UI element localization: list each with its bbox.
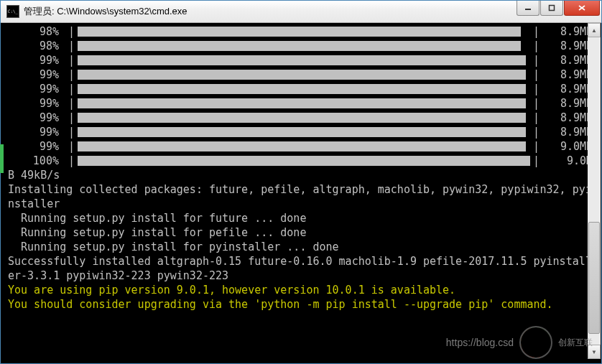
progress-percent: 99% <box>8 111 65 125</box>
cmd-icon <box>6 5 19 18</box>
progress-line: 99% ||8.9MB <box>8 96 594 111</box>
svg-rect-1 <box>550 6 555 11</box>
progress-bracket: | <box>65 82 78 96</box>
progress-bar <box>78 127 526 137</box>
progress-line: 100% ||9.0M <box>8 154 594 168</box>
scroll-thumb[interactable] <box>588 222 600 334</box>
progress-line: 99% ||8.9MB <box>8 82 594 96</box>
progress-line: 99% ||8.9MB <box>8 53 594 67</box>
console-output: 98% ||8.9MB98% ||8.9MB99% ||8.9MB99% ||8… <box>5 23 597 314</box>
progress-line: 99% ||8.9MB <box>8 125 594 139</box>
progress-bar <box>78 98 526 108</box>
progress-line: 99% ||8.9MB <box>8 111 594 125</box>
progress-line: 99% ||8.9MB <box>8 67 594 82</box>
progress-line: 98% ||8.9MB <box>8 24 594 39</box>
progress-percent: 99% <box>8 125 65 139</box>
progress-line: 98% ||8.9MB <box>8 39 594 53</box>
progress-percent: 99% <box>8 139 65 154</box>
progress-bracket: | <box>530 139 542 154</box>
progress-bar <box>78 55 526 65</box>
progress-bar <box>78 27 521 37</box>
progress-bracket: | <box>530 67 542 82</box>
scroll-down-button[interactable]: ▼ <box>588 345 601 359</box>
progress-percent: 98% <box>8 24 65 39</box>
console-line: Running setup.py install for future ... … <box>8 211 594 225</box>
progress-bracket: | <box>530 82 542 96</box>
progress-percent: 100% <box>8 154 65 168</box>
progress-percent: 98% <box>8 39 65 53</box>
progress-bar <box>78 141 526 151</box>
progress-bracket: | <box>65 96 78 111</box>
cmd-window: 管理员: C:\Windows\system32\cmd.exe 98% ||8… <box>0 0 602 364</box>
progress-bracket: | <box>530 111 542 125</box>
close-button[interactable] <box>564 1 600 16</box>
progress-percent: 99% <box>8 82 65 96</box>
progress-size: 9.0M <box>542 154 593 168</box>
progress-size: 8.9MB <box>542 67 593 82</box>
progress-bracket: | <box>65 67 78 82</box>
progress-bracket: | <box>65 125 78 139</box>
progress-size: 8.9MB <box>542 125 593 139</box>
progress-bar <box>78 113 526 123</box>
maximize-button[interactable] <box>540 1 563 16</box>
console-line: You are using pip version 9.0.1, however… <box>8 283 594 297</box>
progress-bracket: | <box>530 154 542 168</box>
progress-bracket: | <box>530 53 542 67</box>
console-line: B 49kB/s <box>8 168 594 182</box>
progress-size: 8.9MB <box>542 111 593 125</box>
progress-size: 8.9MB <box>542 39 593 53</box>
progress-bracket: | <box>530 96 542 111</box>
progress-bracket: | <box>65 24 78 39</box>
progress-bracket: | <box>65 154 78 168</box>
console-line: Successfully installed altgraph-0.15 fut… <box>8 254 594 283</box>
progress-bar <box>78 70 526 80</box>
vertical-scrollbar[interactable]: ▲ ▼ <box>588 23 601 359</box>
console-line: Running setup.py install for pefile ... … <box>8 225 594 240</box>
window-controls <box>516 1 600 17</box>
progress-bracket: | <box>65 53 78 67</box>
console-area[interactable]: 98% ||8.9MB98% ||8.9MB99% ||8.9MB99% ||8… <box>5 23 597 359</box>
progress-size: 8.9MB <box>542 82 593 96</box>
console-line: Installing collected packages: future, p… <box>8 182 594 211</box>
progress-bracket: | <box>65 111 78 125</box>
progress-size: 8.9MB <box>542 24 593 39</box>
progress-bar <box>78 41 521 51</box>
decorative-edge <box>0 144 4 173</box>
progress-percent: 99% <box>8 67 65 82</box>
scroll-up-button[interactable]: ▲ <box>588 23 601 37</box>
scroll-track[interactable] <box>588 37 601 345</box>
window-title: 管理员: C:\Windows\system32\cmd.exe <box>24 5 516 18</box>
progress-bar <box>78 156 530 166</box>
progress-bracket: | <box>65 39 78 53</box>
progress-size: 8.9MB <box>542 53 593 67</box>
progress-bracket: | <box>530 125 542 139</box>
titlebar[interactable]: 管理员: C:\Windows\system32\cmd.exe <box>1 1 601 23</box>
progress-size: 8.9MB <box>542 96 593 111</box>
minimize-button[interactable] <box>517 1 540 16</box>
progress-percent: 99% <box>8 53 65 67</box>
progress-bracket: | <box>65 139 78 154</box>
progress-bracket: | <box>530 24 542 39</box>
progress-size: 9.0MB <box>542 139 593 154</box>
console-line: Running setup.py install for pyinstaller… <box>8 240 594 254</box>
progress-line: 99% ||9.0MB <box>8 139 594 154</box>
console-line: You should consider upgrading via the 'p… <box>8 297 594 312</box>
progress-bar <box>78 84 526 94</box>
progress-bracket: | <box>530 39 542 53</box>
progress-percent: 99% <box>8 96 65 111</box>
